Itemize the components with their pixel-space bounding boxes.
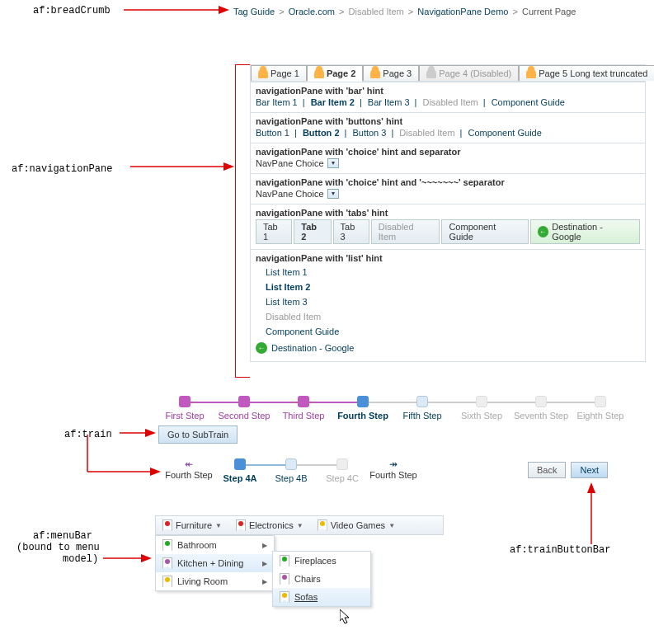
breadcrumb-sep: >	[407, 7, 415, 16]
tab-page-5[interactable]: Page 5 Long text truncated	[519, 65, 654, 81]
bar-item-disabled: Disabled Item	[422, 97, 481, 107]
breadcrumb-item[interactable]: Oracle.com	[289, 7, 335, 16]
annotation-train: af:train	[64, 429, 112, 440]
bar-item[interactable]: Component Guide	[492, 97, 568, 107]
bookmark-icon	[280, 573, 289, 585]
tab-page-1[interactable]: Page 1	[251, 65, 307, 81]
breadcrumb-item-disabled: Disabled Item	[349, 7, 404, 16]
tab-item[interactable]: Tab 3	[333, 219, 369, 244]
bookmark-icon	[236, 519, 246, 531]
button-item[interactable]: Button 1	[256, 128, 293, 138]
dropdown-icon[interactable]	[327, 189, 339, 199]
list-item[interactable]: Component Guide	[266, 324, 640, 339]
tab-page-2[interactable]: Page 2	[307, 65, 363, 82]
submenu-furniture: Bathroom Kitchen + Dining Living Room	[155, 535, 275, 591]
breadcrumb-sep: >	[337, 7, 346, 16]
tab-item-disabled: Disabled Item	[371, 219, 440, 244]
menu-furniture[interactable]: Furniture	[156, 516, 229, 534]
tab-page-3[interactable]: Page 3	[363, 65, 419, 81]
section-title: navigationPane with 'choice' hint and se…	[256, 147, 640, 157]
list-item-selected[interactable]: List Item 2	[266, 280, 640, 294]
arrow-menubar	[103, 552, 153, 564]
submenu-item[interactable]: Bathroom	[156, 536, 274, 554]
train-step[interactable]: Third Step	[274, 396, 333, 421]
train-step[interactable]: First Step	[155, 396, 214, 421]
menu-electronics[interactable]: Electronics	[229, 516, 311, 534]
train-step-disabled: Seventh Step	[511, 396, 571, 421]
back-arrows-icon: ↞	[163, 458, 214, 470]
bar-item[interactable]: Bar Item 3	[368, 97, 413, 107]
dropdown-icon[interactable]	[327, 158, 339, 168]
train-button-bar: Back Next	[528, 462, 608, 478]
fwd-arrows-icon: ↠	[368, 458, 419, 470]
arrow-navpane	[130, 161, 236, 172]
annotation-trainbtn: af:trainButtonBar	[510, 544, 610, 556]
list-item-disabled: Disabled Item	[266, 309, 640, 324]
caret-right-icon	[262, 578, 267, 585]
button-item-selected[interactable]: Button 2	[303, 128, 343, 138]
submenu-item[interactable]: Fireplaces	[273, 552, 370, 570]
button-item-disabled: Disabled Item	[399, 128, 458, 138]
caret-down-icon	[215, 522, 222, 529]
nav-choice-section-2: navigationPane with 'choice' hint and '~…	[251, 174, 645, 204]
annotation-navpane: af:navigationPane	[12, 163, 112, 175]
svg-marker-13	[340, 609, 349, 623]
subtrain-back-link[interactable]: ↞ Fourth Step	[163, 458, 214, 480]
subtrain-fwd-link[interactable]: ↠ Fourth Step	[368, 458, 419, 480]
navigation-pane-panel: Page 1 Page 2 Page 3 Page 4 (Disabled) P…	[250, 64, 646, 362]
subtrain-step[interactable]: Step 4B	[266, 458, 317, 483]
go-to-subtrain-button[interactable]: Go to SubTrain	[158, 425, 238, 444]
user-icon	[526, 68, 536, 78]
submenu-item-hover[interactable]: Kitchen + Dining	[156, 554, 274, 572]
section-title: navigationPane with 'buttons' hint	[256, 116, 640, 126]
list-item-external[interactable]: ←Destination - Google	[256, 339, 640, 356]
nav-top-tabs: Page 1 Page 2 Page 3 Page 4 (Disabled) P…	[251, 65, 645, 82]
tab-item[interactable]: Tab 1	[256, 219, 292, 244]
breadcrumb-item[interactable]: Tag Guide	[233, 7, 275, 16]
svg-marker-1	[219, 6, 229, 14]
submenu-item[interactable]: Living Room	[156, 572, 274, 590]
train-step-disabled: Eighth Step	[571, 396, 630, 421]
train-step-current[interactable]: Fourth Step	[333, 396, 393, 421]
subtrain-step-disabled: Step 4C	[317, 458, 368, 483]
breadcrumb-sep: >	[511, 7, 520, 16]
train-step[interactable]: Fifth Step	[393, 396, 452, 421]
breadcrumb-item[interactable]: NavigationPane Demo	[417, 7, 508, 16]
bar-item-selected[interactable]: Bar Item 2	[311, 97, 358, 107]
section-title: navigationPane with 'tabs' hint	[256, 208, 640, 218]
bookmark-icon	[162, 519, 172, 531]
annotation-breadcrumb: af:breadCrumb	[33, 5, 111, 16]
tab-item-external[interactable]: ←Destination - Google	[530, 219, 640, 244]
choice-value: NavPane Choice	[256, 189, 324, 199]
tab-page-4-disabled: Page 4 (Disabled)	[419, 65, 519, 81]
bookmark-icon	[162, 576, 172, 587]
caret-right-icon	[262, 560, 267, 567]
arrow-train-1	[120, 427, 157, 439]
nav-buttons-section: navigationPane with 'buttons' hint Butto…	[251, 113, 645, 143]
nav-tabs-section: navigationPane with 'tabs' hint Tab 1 Ta…	[251, 204, 645, 250]
caret-down-icon	[297, 522, 303, 529]
next-button[interactable]: Next	[571, 462, 608, 478]
button-item[interactable]: Button 3	[352, 128, 389, 138]
nav-list-section: navigationPane with 'list' hint List Ite…	[251, 250, 645, 361]
user-icon	[258, 68, 268, 78]
user-icon	[370, 68, 380, 78]
train-step[interactable]: Second Step	[214, 396, 274, 421]
nav-choice-section-1: navigationPane with 'choice' hint and se…	[251, 143, 645, 174]
bookmark-icon	[280, 591, 289, 603]
menu-video-games[interactable]: Video Games	[311, 516, 402, 534]
submenu-item[interactable]: Chairs	[273, 570, 370, 588]
tab-item[interactable]: Component Guide	[441, 219, 528, 244]
tab-item-selected[interactable]: Tab 2	[294, 219, 331, 244]
train-step-disabled: Sixth Step	[452, 396, 511, 421]
bar-item[interactable]: Bar Item 1	[256, 97, 301, 107]
bracket-navpane	[235, 64, 250, 378]
list-item[interactable]: List Item 1	[266, 265, 640, 280]
submenu-item-hover[interactable]: Sofas	[273, 588, 370, 606]
list-item[interactable]: List Item 3	[266, 294, 640, 309]
breadcrumb-sep: >	[277, 7, 285, 16]
button-item[interactable]: Component Guide	[468, 128, 545, 138]
subtrain-step-current[interactable]: Step 4A	[214, 458, 266, 483]
svg-marker-12	[587, 482, 595, 493]
back-button[interactable]: Back	[528, 462, 566, 478]
